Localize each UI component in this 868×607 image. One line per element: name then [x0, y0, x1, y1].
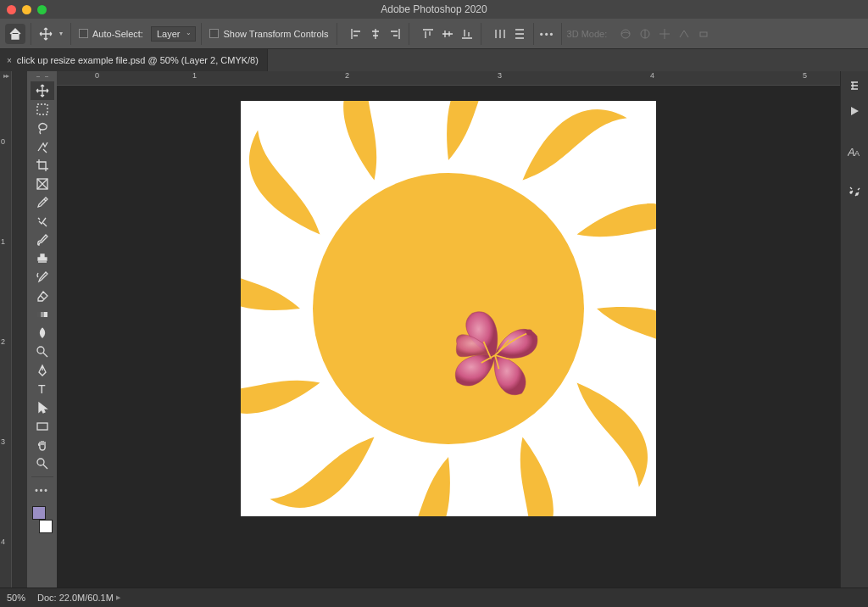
lasso-tool[interactable] — [31, 119, 54, 137]
threed-slide-button — [676, 25, 693, 42]
workspace: ▸▸ 0 1 2 3 4 T — [0, 71, 868, 588]
separator — [31, 476, 53, 477]
align-right-button[interactable] — [387, 25, 403, 42]
close-icon[interactable]: × — [7, 56, 12, 65]
more-align-button[interactable]: ••• — [539, 25, 556, 42]
play-action-button[interactable] — [843, 100, 865, 122]
healing-tool[interactable] — [31, 212, 54, 231]
threed-roll-button — [637, 25, 654, 42]
zoom-level[interactable]: 50% — [7, 593, 25, 603]
panel-toggle-button[interactable] — [843, 75, 865, 97]
canvas-viewport[interactable] — [57, 86, 840, 588]
history-brush-tool[interactable] — [31, 268, 54, 287]
chevron-down-icon: ⌄ — [186, 29, 192, 36]
move-icon — [39, 27, 53, 41]
marquee-tool[interactable] — [31, 100, 54, 119]
crop-tool[interactable] — [31, 156, 54, 175]
eraser-tool[interactable] — [31, 287, 54, 305]
threed-label: 3D Mode: — [567, 29, 608, 39]
svg-rect-3 — [37, 104, 47, 114]
separator — [31, 23, 31, 45]
chevron-right-icon: ▶ — [116, 594, 120, 601]
edit-toolbar-button[interactable]: ••• — [31, 481, 54, 499]
separator — [201, 23, 202, 45]
svg-point-16 — [850, 192, 852, 193]
document-area: 0 1 2 3 4 5 — [57, 71, 840, 588]
checkbox-icon — [209, 29, 219, 38]
background-color-swatch[interactable] — [39, 520, 53, 533]
tab-label: click up resize example file.psd @ 50% (… — [17, 55, 259, 65]
foreground-color-swatch[interactable] — [32, 506, 46, 520]
path-select-tool[interactable] — [31, 398, 54, 417]
type-tool[interactable]: T — [31, 380, 54, 398]
checkbox-icon — [79, 29, 88, 38]
document-tabs: × click up resize example file.psd @ 50%… — [0, 49, 868, 71]
zoom-tool[interactable] — [31, 454, 54, 473]
threed-scale-button — [695, 25, 712, 42]
separator — [70, 23, 71, 45]
transform-checkbox[interactable]: Show Transform Controls — [207, 29, 331, 39]
threed-orbit-button — [617, 25, 634, 42]
transform-label: Show Transform Controls — [223, 29, 328, 39]
canvas[interactable] — [241, 101, 656, 516]
stamp-tool[interactable] — [31, 249, 54, 268]
vertical-ruler[interactable]: ▸▸ 0 1 2 3 4 — [0, 71, 12, 588]
distribute-v-button[interactable] — [511, 25, 528, 42]
glyphs-panel-button[interactable]: AA — [843, 141, 865, 163]
right-panel-dock: AA — [840, 71, 868, 588]
frame-tool[interactable] — [31, 175, 54, 193]
svg-rect-2 — [700, 32, 707, 36]
svg-rect-10 — [37, 423, 47, 430]
align-left-button[interactable] — [348, 25, 364, 42]
ruler-menu-icon[interactable]: ▸▸ — [3, 72, 8, 80]
dodge-tool[interactable] — [31, 342, 54, 361]
align-bottom-button[interactable] — [459, 25, 476, 42]
svg-rect-7 — [41, 312, 44, 317]
svg-point-8 — [37, 347, 44, 354]
autoselect-checkbox[interactable]: Auto-Select: — [76, 29, 146, 39]
active-tool-indicator[interactable]: ▾ — [36, 27, 65, 41]
autoselect-target-select[interactable]: Layer ⌄ — [151, 26, 197, 42]
svg-rect-6 — [37, 312, 41, 317]
svg-point-13 — [526, 329, 532, 335]
titlebar: Adobe Photoshop 2020 — [0, 0, 868, 19]
dots-icon: ••• — [35, 486, 49, 495]
rectangle-tool[interactable] — [31, 417, 54, 436]
align-hcenter-button[interactable] — [367, 25, 384, 42]
artwork-sun — [241, 101, 656, 516]
settings-panel-button[interactable] — [843, 181, 865, 203]
svg-text:T: T — [38, 382, 46, 396]
svg-point-0 — [621, 30, 630, 38]
align-group-vertical — [420, 25, 476, 42]
distribute-group — [492, 25, 528, 42]
align-top-button[interactable] — [420, 25, 437, 42]
doc-size[interactable]: Doc: 22.0M/60.1M ▶ — [37, 593, 120, 603]
options-bar: ▾ Auto-Select: Layer ⌄ Show Transform Co… — [0, 19, 868, 49]
distribute-h-button[interactable] — [492, 25, 509, 42]
home-button[interactable] — [5, 24, 25, 44]
align-vcenter-button[interactable] — [439, 25, 456, 42]
hand-tool[interactable] — [31, 436, 54, 454]
brush-tool[interactable] — [31, 231, 54, 249]
eyedropper-tool[interactable] — [31, 193, 54, 212]
separator — [481, 23, 481, 45]
threed-group — [617, 25, 712, 42]
autoselect-label: Auto-Select: — [92, 29, 143, 39]
svg-point-12 — [313, 173, 584, 444]
separator — [409, 23, 409, 45]
horizontal-ruler[interactable]: 0 1 2 3 4 5 — [57, 71, 840, 86]
app-title: Adobe Photoshop 2020 — [0, 3, 868, 15]
foreground-background-colors[interactable] — [31, 504, 54, 535]
toolbar-grip-icon[interactable] — [30, 73, 55, 80]
document-tab[interactable]: × click up resize example file.psd @ 50%… — [0, 49, 268, 71]
svg-point-11 — [37, 459, 44, 465]
svg-text:A: A — [854, 149, 860, 158]
svg-point-17 — [856, 193, 858, 195]
move-tool[interactable] — [31, 81, 54, 100]
pen-tool[interactable] — [31, 361, 54, 380]
separator — [337, 23, 337, 45]
blur-tool[interactable] — [31, 324, 54, 342]
gradient-tool[interactable] — [31, 305, 54, 324]
quickselect-tool[interactable] — [31, 137, 54, 156]
tool-panel-column: T ••• — [12, 71, 57, 588]
